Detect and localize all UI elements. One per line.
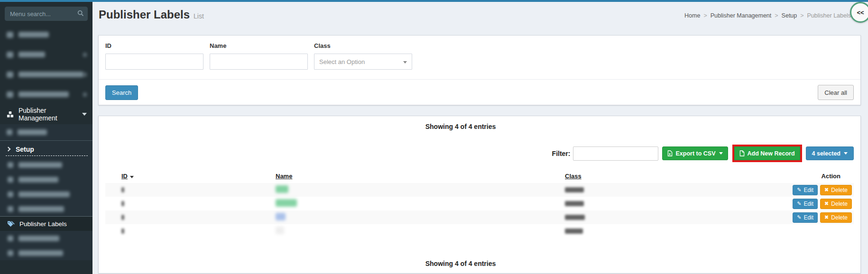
sidebar-item-redacted[interactable] (0, 25, 92, 45)
selected-count-label: 4 selected (812, 150, 840, 157)
sidebar-item-redacted[interactable] (0, 64, 92, 84)
chevron-down-icon (403, 61, 407, 64)
sidebar-item-redacted[interactable] (0, 187, 92, 201)
selected-dropdown-button[interactable]: 4 selected (806, 146, 854, 160)
redacted-icon (8, 236, 13, 241)
column-header-id[interactable]: ID (105, 173, 276, 183)
column-header-action: Action (793, 173, 854, 183)
sidebar-item-redacted[interactable] (0, 246, 92, 260)
id-filter-input[interactable] (105, 54, 203, 70)
redacted-label (18, 72, 83, 77)
export-to-csv-button[interactable]: Export to CSV (662, 146, 728, 160)
menu-search-input[interactable] (5, 7, 88, 21)
new-file-icon (739, 150, 745, 156)
sidebar-item-redacted[interactable] (0, 231, 92, 246)
class-select-dropdown[interactable]: Select an Option (314, 54, 412, 70)
sidebar-item-setup[interactable]: Setup (0, 140, 92, 157)
filter-group-id: ID (105, 42, 210, 70)
name-filter-input[interactable] (210, 54, 308, 70)
redacted-label (18, 206, 64, 212)
add-new-record-label: Add New Record (748, 150, 795, 157)
delete-button[interactable]: ✖Delete (820, 199, 852, 209)
redacted-label (18, 129, 47, 135)
action-buttons: ✎Edit✖Delete (793, 212, 854, 223)
cell-action: ✎Edit✖Delete (793, 199, 854, 209)
table-filter-label: Filter: (552, 150, 571, 157)
breadcrumb-item[interactable]: Home (684, 12, 700, 19)
cell-id (105, 213, 276, 222)
edit-button[interactable]: ✎Edit (793, 185, 818, 195)
edit-label: Edit (803, 214, 813, 221)
sidebar-item-label: Setup (16, 146, 34, 153)
chevron-right-icon (6, 147, 11, 152)
column-header-class[interactable]: Class (565, 173, 793, 183)
breadcrumb-item[interactable]: Setup (782, 12, 797, 19)
sidebar-item-redacted[interactable] (0, 84, 92, 104)
edit-button[interactable]: ✎Edit (793, 212, 818, 223)
column-header-name[interactable]: Name (276, 173, 565, 183)
cell-action: ✎Edit✖Delete (793, 185, 854, 195)
class-filter-label: Class (314, 42, 418, 50)
chevron-down-icon (719, 152, 723, 155)
top-accent-bar (0, 0, 868, 2)
sidebar-item-redacted[interactable] (0, 157, 92, 172)
sidebar: Publisher ManagementSetupPublisher Label… (0, 2, 92, 274)
delete-button[interactable]: ✖Delete (820, 212, 852, 223)
filter-group-name: Name (210, 42, 314, 70)
action-buttons: ✎Edit✖Delete (793, 185, 854, 195)
redacted-label (18, 236, 59, 241)
redacted-class-value (565, 201, 584, 206)
breadcrumb-item[interactable]: Publisher Management (711, 12, 772, 19)
redacted-label (18, 91, 69, 97)
sidebar-item-redacted[interactable] (0, 172, 92, 187)
name-filter-label: Name (210, 42, 314, 50)
dashed-underline (6, 155, 88, 156)
edit-pencil-icon: ✎ (797, 187, 801, 193)
table-filter-input[interactable] (573, 146, 658, 161)
clear-all-button[interactable]: Clear all (818, 85, 854, 100)
sidebar-menu: Publisher ManagementSetupPublisher Label… (0, 25, 92, 260)
chevron-down-icon (82, 113, 87, 116)
table-row: ✎Edit✖Delete (105, 197, 854, 210)
chevron-down-icon (844, 152, 848, 155)
search-button[interactable]: Search (105, 85, 138, 100)
breadcrumb-separator: > (800, 12, 803, 19)
sidebar-item-redacted[interactable] (0, 45, 92, 64)
sidebar-item-redacted[interactable] (0, 201, 92, 216)
x-icon: ✖ (824, 214, 829, 220)
table-row: ✎Edit✖Delete (105, 210, 854, 224)
cell-id (105, 227, 276, 236)
redacted-icon (7, 91, 13, 98)
spreadsheet-file-icon (667, 150, 673, 156)
x-icon: ✖ (824, 201, 829, 207)
redacted-id-value (121, 201, 124, 206)
cell-class (565, 186, 793, 194)
action-buttons: ✎Edit✖Delete (793, 199, 854, 209)
add-new-record-button[interactable]: Add New Record (734, 146, 800, 160)
cell-name (276, 213, 565, 222)
tags-icon (8, 220, 15, 228)
search-filter-panel: ID Name Class Select an Option Search (98, 35, 861, 105)
redacted-label (18, 162, 62, 168)
sidebar-collapse-button[interactable]: << (850, 2, 868, 23)
export-to-csv-label: Export to CSV (675, 150, 715, 157)
sidebar-item-publisher-labels[interactable]: Publisher Labels (0, 216, 92, 231)
sidebar-item-publisher-management[interactable]: Publisher Management (0, 104, 92, 124)
redacted-icon (8, 162, 13, 168)
delete-button[interactable]: ✖Delete (820, 185, 852, 195)
redacted-name-badge (276, 199, 297, 207)
cell-class (565, 200, 793, 208)
edit-button[interactable]: ✎Edit (793, 199, 818, 209)
breadcrumb-separator: > (703, 12, 707, 19)
search-icon[interactable] (77, 10, 84, 18)
breadcrumb-item[interactable]: Publisher Labels (807, 12, 851, 19)
redacted-class-value (565, 215, 585, 220)
redacted-id-value (121, 187, 124, 192)
sidebar-item-redacted[interactable] (0, 124, 92, 140)
cell-action: ✎Edit✖Delete (793, 212, 854, 223)
edit-pencil-icon: ✎ (797, 201, 801, 207)
chevron-right-icon (83, 53, 87, 57)
filter-divider (99, 79, 860, 80)
chevron-right-icon (83, 92, 87, 97)
edit-pencil-icon: ✎ (797, 214, 801, 220)
